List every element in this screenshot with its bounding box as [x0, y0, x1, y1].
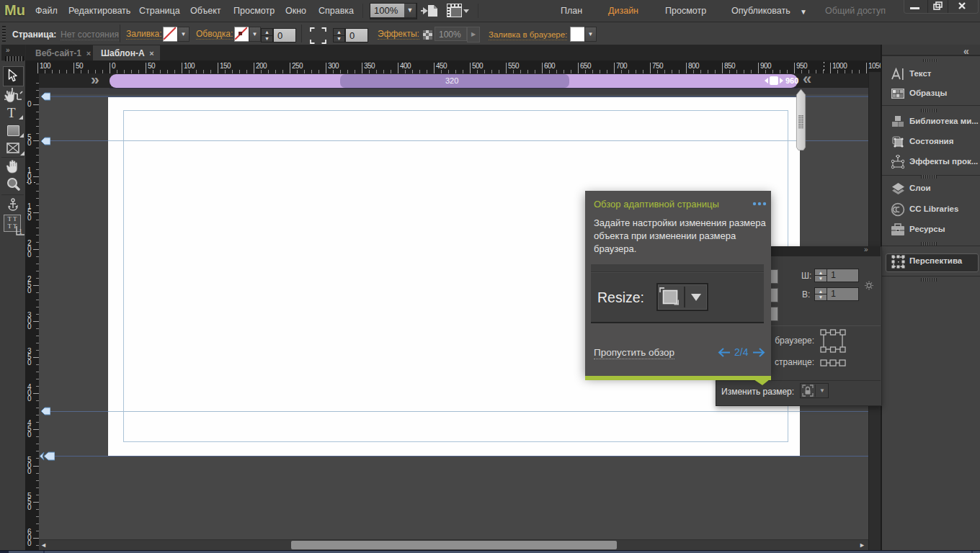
svg-text:1: 1	[19, 228, 22, 235]
